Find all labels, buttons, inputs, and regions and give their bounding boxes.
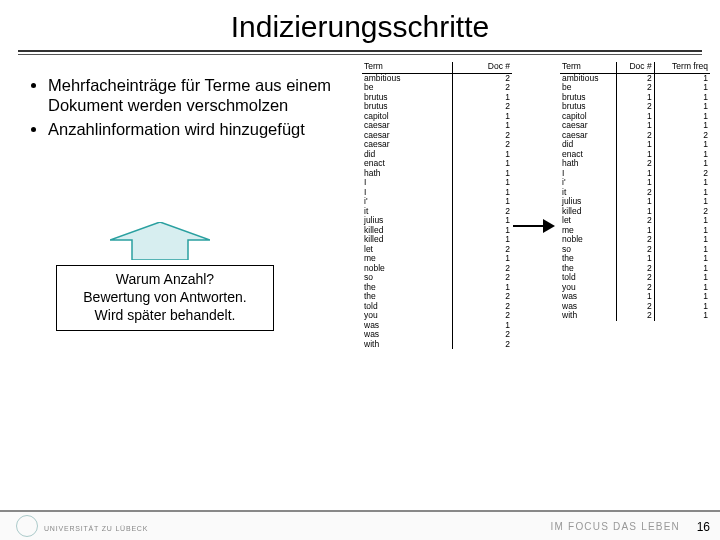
table-row: i'1 [362,197,512,207]
table-row: was1 [362,321,512,331]
table-row: so2 [362,273,512,283]
svg-marker-2 [543,219,555,233]
callout-line: Wird später behandelt. [59,307,271,325]
table-row: julius1 [362,216,512,226]
table-row: with2 [362,340,512,350]
table-row: killed1 [362,235,512,245]
table-before-merge: TermDoc #ambitious2be2brutus1brutus2capi… [362,62,512,349]
table-row: the11 [560,254,710,264]
table-row: let21 [560,216,710,226]
col-header: Term freq [654,62,710,73]
motto-text: IM FOCUS DAS LEBEN [551,521,680,532]
table-row: julius11 [560,197,710,207]
table-row: let2 [362,245,512,255]
col-header: Doc # [617,62,655,73]
table-row: enact1 [362,159,512,169]
table-row: ambitious2 [362,73,512,83]
table-row: told21 [560,273,710,283]
table-row: was2 [362,330,512,340]
table-row: I1 [362,188,512,198]
callout-line: Bewertung von Antworten. [59,289,271,307]
table-row: i'11 [560,178,710,188]
table-after-merge: TermDoc #Term freqambitious21be21brutus1… [560,62,710,321]
up-arrow-icon [110,222,210,260]
table-row: hath1 [362,169,512,179]
table-row: I1 [362,178,512,188]
table-row: killed1 [362,226,512,236]
table-row: caesar22 [560,131,710,141]
table-row: it2 [362,207,512,217]
callout-box: Warum Anzahl?Bewertung von Antworten.Wir… [56,265,274,331]
bullet-item: Mehrfacheinträge für Terme aus einem Dok… [48,75,340,115]
table-row: I12 [560,169,710,179]
table-row: ambitious21 [560,73,710,83]
table-row: noble2 [362,264,512,274]
table-row: the1 [362,283,512,293]
title-divider [18,50,702,55]
col-header: Term [362,62,453,73]
table-row: killed12 [560,207,710,217]
table-row: you2 [362,311,512,321]
table-row: told2 [362,302,512,312]
page-number: 16 [697,520,710,534]
table-row: so21 [560,245,710,255]
bullet-item: Anzahlinformation wird hinzugefügt [48,119,340,139]
table-row: hath21 [560,159,710,169]
table-row: with21 [560,311,710,321]
bullet-list: Mehrfacheinträge für Terme aus einem Dok… [30,75,340,143]
table-row: it21 [560,188,710,198]
slide-title: Indizierungsschritte [0,0,720,50]
table-row: you21 [560,283,710,293]
table-row: was11 [560,292,710,302]
svg-marker-0 [110,222,210,260]
table-row: noble21 [560,235,710,245]
table-row: the21 [560,264,710,274]
footer-bar: UNIVERSITÄT ZU LÜBECK IM FOCUS DAS LEBEN… [0,510,720,540]
university-logo-icon [16,515,38,537]
table-row: caesar2 [362,140,512,150]
table-row: was21 [560,302,710,312]
university-name: UNIVERSITÄT ZU LÜBECK [44,525,148,532]
table-row: the2 [362,292,512,302]
col-header: Term [560,62,617,73]
col-header: Doc # [453,62,512,73]
callout-line: Warum Anzahl? [59,271,271,289]
right-arrow-icon [513,217,555,235]
table-row: enact11 [560,150,710,160]
